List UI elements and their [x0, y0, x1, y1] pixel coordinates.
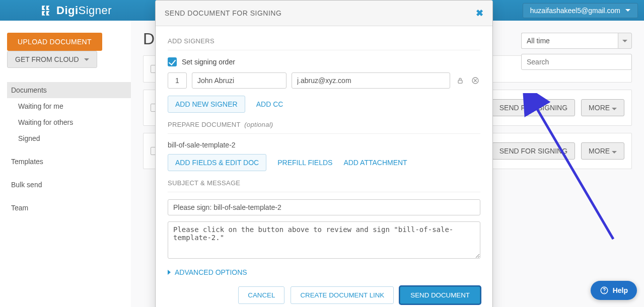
modal-header: SEND DOCUMENT FOR SIGNING ✖ [156, 1, 492, 26]
time-filter-value: All time [521, 33, 618, 49]
checkbox-checked-icon [168, 57, 177, 66]
prefill-fields-button[interactable]: PREFILL FIELDS [277, 159, 332, 167]
section-subject: SUBJECT & MESSAGE [168, 179, 480, 187]
help-icon [600, 286, 609, 295]
close-icon[interactable]: ✖ [476, 8, 483, 19]
add-new-signer-button[interactable]: ADD NEW SIGNER [168, 96, 245, 113]
sidebar-item-bulk-send[interactable]: Bulk send [7, 177, 131, 193]
get-from-cloud-button[interactable]: GET FROM CLOUD [7, 51, 97, 68]
upload-document-button[interactable]: UPLOAD DOCUMENT [7, 33, 102, 51]
row-actions: SEND FOR SIGNING MORE [492, 142, 624, 160]
account-email: huzaifashakeel5@gmail.com [530, 7, 620, 15]
help-label: Help [613, 286, 628, 294]
chevron-down-icon [612, 108, 617, 110]
signer-email-input[interactable] [292, 72, 450, 89]
advanced-options-toggle[interactable]: ADVANCED OPTIONS [168, 268, 480, 276]
section-add-signers: ADD SIGNERS [168, 37, 480, 45]
row-actions: SEND FOR SIGNING MORE [492, 99, 624, 116]
send-document-button[interactable]: SEND DOCUMENT [400, 286, 480, 304]
send-for-signing-button[interactable]: SEND FOR SIGNING [492, 99, 575, 116]
send-document-modal: SEND DOCUMENT FOR SIGNING ✖ ADD SIGNERS … [155, 0, 493, 307]
document-name: bill-of-sale-template-2 [168, 141, 480, 149]
time-filter-toggle[interactable] [618, 33, 632, 49]
svg-rect-1 [458, 80, 462, 83]
signer-name-input[interactable] [192, 72, 287, 89]
chevron-down-icon [622, 40, 627, 42]
sidebar-item-documents[interactable]: Documents [7, 82, 131, 98]
chevron-down-icon [84, 58, 89, 61]
chevron-right-icon [168, 270, 171, 275]
modal-title: SEND DOCUMENT FOR SIGNING [165, 9, 281, 17]
sidebar-item-templates[interactable]: Templates [7, 154, 131, 170]
remove-signer-icon[interactable] [470, 75, 480, 86]
section-prepare: PREPARE DOCUMENT (optional) [168, 121, 480, 128]
brand-part2: Signer [79, 4, 112, 17]
message-textarea[interactable] [168, 221, 480, 259]
brand-logo: DigiSigner [40, 4, 112, 17]
brand-part1: Digi [56, 4, 79, 17]
cancel-button[interactable]: CANCEL [238, 286, 284, 304]
send-for-signing-button[interactable]: SEND FOR SIGNING [492, 142, 575, 160]
set-signing-order[interactable]: Set signing order [168, 57, 480, 66]
sidebar: UPLOAD DOCUMENT GET FROM CLOUD Documents… [0, 21, 131, 307]
sidebar-item-waiting-for-others[interactable]: Waiting for others [7, 114, 131, 130]
sidebar-item-waiting-for-me[interactable]: Waiting for me [7, 98, 131, 114]
modal-footer: CANCEL CREATE DOCUMENT LINK SEND DOCUMEN… [168, 283, 480, 305]
prepare-actions: ADD FIELDS & EDIT DOC PREFILL FIELDS ADD… [168, 154, 480, 171]
signer-row [168, 72, 480, 89]
chevron-down-icon [625, 9, 630, 12]
search-input[interactable] [521, 54, 632, 70]
help-button[interactable]: Help [591, 281, 637, 300]
chevron-down-icon [612, 151, 617, 154]
logo-icon [40, 4, 53, 17]
signer-actions: ADD NEW SIGNER ADD CC [168, 96, 480, 113]
modal-body: ADD SIGNERS Set signing order ADD NEW SI… [156, 26, 492, 307]
more-button[interactable]: MORE [581, 99, 624, 116]
sidebar-item-team[interactable]: Team [7, 200, 131, 216]
side-nav: Documents Waiting for me Waiting for oth… [7, 82, 131, 216]
add-cc-button[interactable]: ADD CC [256, 100, 283, 108]
add-attachment-button[interactable]: ADD ATTACHMENT [343, 159, 407, 167]
svg-point-6 [604, 292, 605, 293]
set-signing-order-label: Set signing order [182, 58, 235, 66]
lock-icon[interactable] [455, 75, 465, 86]
time-filter[interactable]: All time [521, 33, 632, 49]
sidebar-item-signed[interactable]: Signed [7, 130, 131, 146]
add-fields-button[interactable]: ADD FIELDS & EDIT DOC [168, 154, 266, 171]
account-menu[interactable]: huzaifashakeel5@gmail.com [523, 3, 638, 18]
filter-panel: All time [521, 33, 632, 70]
more-button[interactable]: MORE [581, 142, 624, 160]
subject-input[interactable] [168, 199, 480, 215]
signer-order-input[interactable] [168, 72, 187, 89]
create-link-button[interactable]: CREATE DOCUMENT LINK [291, 286, 394, 304]
